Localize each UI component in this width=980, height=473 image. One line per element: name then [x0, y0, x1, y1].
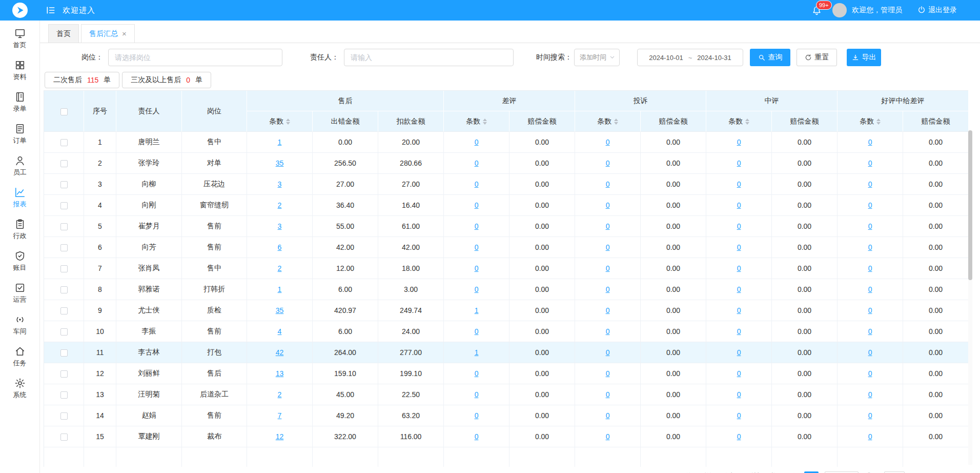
column-header-sortable[interactable]: 条数 [247, 111, 313, 132]
count-link[interactable]: 1 [475, 348, 479, 357]
count-link[interactable]: 0 [475, 264, 479, 272]
row-checkbox[interactable] [60, 370, 68, 378]
person-input[interactable] [344, 49, 514, 66]
count-link[interactable]: 1 [475, 306, 479, 314]
count-link[interactable]: 0 [868, 432, 872, 441]
reset-button[interactable]: 重置 [797, 49, 837, 66]
count-link[interactable]: 0 [606, 432, 610, 441]
sidebar-item[interactable]: 账目 [0, 245, 39, 277]
count-link[interactable]: 0 [737, 180, 741, 188]
count-link[interactable]: 0 [475, 201, 479, 209]
count-link[interactable]: 0 [868, 369, 872, 378]
count-link[interactable]: 0 [868, 411, 872, 420]
count-link[interactable]: 0 [737, 264, 741, 272]
sidebar-item[interactable]: 任务 [0, 341, 39, 372]
subtab[interactable]: 三次及以上售后0单 [122, 72, 211, 88]
row-checkbox[interactable] [60, 139, 68, 146]
count-link[interactable]: 0 [475, 285, 479, 293]
count-link[interactable]: 6 [278, 243, 282, 251]
count-link[interactable]: 0 [737, 411, 741, 420]
row-checkbox[interactable] [60, 307, 68, 314]
count-link[interactable]: 0 [868, 390, 872, 399]
count-link[interactable]: 0 [737, 222, 741, 230]
time-type-select[interactable]: 添加时间 [574, 49, 620, 66]
count-link[interactable]: 0 [868, 222, 872, 230]
tab-close-icon[interactable]: × [122, 29, 127, 38]
count-link[interactable]: 0 [737, 201, 741, 209]
count-link[interactable]: 0 [868, 306, 872, 314]
count-link[interactable]: 0 [606, 180, 610, 188]
row-checkbox[interactable] [60, 391, 68, 399]
sidebar-item[interactable]: 车间 [0, 309, 39, 341]
count-link[interactable]: 0 [475, 390, 479, 399]
count-link[interactable]: 0 [868, 138, 872, 146]
count-link[interactable]: 0 [606, 411, 610, 420]
count-link[interactable]: 0 [737, 327, 741, 336]
row-checkbox[interactable] [60, 181, 68, 188]
sidebar-item[interactable]: 资料 [0, 54, 39, 86]
notifications-button[interactable]: 99+ [809, 0, 824, 21]
sidebar-item[interactable]: 行政 [0, 213, 39, 245]
count-link[interactable]: 0 [737, 432, 741, 441]
count-link[interactable]: 0 [868, 327, 872, 336]
count-link[interactable]: 2 [278, 201, 282, 209]
row-checkbox[interactable] [60, 349, 68, 357]
count-link[interactable]: 7 [278, 411, 282, 420]
sidebar-item[interactable]: 录单 [0, 86, 39, 118]
count-link[interactable]: 0 [868, 180, 872, 188]
count-link[interactable]: 0 [606, 201, 610, 209]
count-link[interactable]: 0 [868, 159, 872, 167]
count-link[interactable]: 0 [737, 306, 741, 314]
count-link[interactable]: 0 [606, 327, 610, 336]
count-link[interactable]: 0 [475, 327, 479, 336]
count-link[interactable]: 0 [868, 201, 872, 209]
column-header-sortable[interactable]: 条数 [444, 111, 509, 132]
count-link[interactable]: 2 [278, 390, 282, 399]
count-link[interactable]: 0 [606, 306, 610, 314]
count-link[interactable]: 1 [278, 285, 282, 293]
count-link[interactable]: 0 [737, 348, 741, 357]
row-checkbox[interactable] [60, 265, 68, 272]
count-link[interactable]: 0 [606, 390, 610, 399]
count-link[interactable]: 12 [276, 432, 284, 441]
row-checkbox[interactable] [60, 202, 68, 209]
count-link[interactable]: 0 [868, 264, 872, 272]
count-link[interactable]: 4 [278, 327, 282, 336]
count-link[interactable]: 35 [276, 159, 284, 167]
count-link[interactable]: 35 [276, 306, 284, 314]
date-range-picker[interactable]: 2024-10-01 ~ 2024-10-31 [637, 49, 743, 66]
select-all-checkbox[interactable] [60, 108, 68, 115]
count-link[interactable]: 0 [475, 411, 479, 420]
count-link[interactable]: 0 [868, 285, 872, 293]
sidebar-item[interactable]: 员工 [0, 150, 39, 182]
sort-icon[interactable] [614, 119, 618, 125]
search-button[interactable]: 查询 [750, 49, 790, 66]
count-link[interactable]: 0 [475, 180, 479, 188]
count-link[interactable]: 3 [278, 222, 282, 230]
column-header-sortable[interactable]: 条数 [706, 111, 772, 132]
row-checkbox[interactable] [60, 433, 68, 441]
row-checkbox[interactable] [60, 244, 68, 251]
sidebar-item[interactable]: 首页 [0, 23, 39, 54]
count-link[interactable]: 0 [475, 243, 479, 251]
post-select[interactable] [108, 49, 282, 66]
count-link[interactable]: 0 [475, 369, 479, 378]
count-link[interactable]: 0 [737, 243, 741, 251]
sidebar-item[interactable]: 订单 [0, 118, 39, 150]
count-link[interactable]: 0 [475, 159, 479, 167]
sort-icon[interactable] [286, 119, 290, 125]
column-header-sortable[interactable]: 条数 [838, 111, 903, 132]
count-link[interactable]: 0 [475, 138, 479, 146]
app-logo[interactable] [0, 0, 40, 21]
count-link[interactable]: 2 [278, 264, 282, 272]
count-link[interactable]: 0 [737, 390, 741, 399]
count-link[interactable]: 0 [737, 285, 741, 293]
count-link[interactable]: 0 [868, 348, 872, 357]
count-link[interactable]: 1 [278, 138, 282, 146]
tab-aftersales-summary[interactable]: 售后汇总× [81, 24, 135, 43]
logout-button[interactable]: 退出登录 [917, 6, 957, 15]
menu-collapse-icon[interactable] [42, 0, 59, 21]
count-link[interactable]: 13 [276, 369, 284, 378]
count-link[interactable]: 0 [606, 138, 610, 146]
count-link[interactable]: 0 [737, 159, 741, 167]
